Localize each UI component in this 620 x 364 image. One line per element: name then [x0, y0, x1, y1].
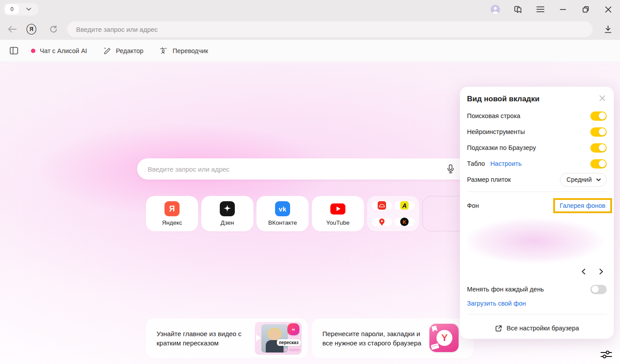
gallery-highlight-box: Галерея фонов [553, 198, 612, 213]
panel-close-icon[interactable] [598, 94, 607, 103]
setting-label: Нейроинструменты [467, 128, 525, 135]
alice-icon [31, 49, 35, 53]
tablo-configure-link[interactable]: Настроить [490, 160, 522, 167]
tile-size-select[interactable]: Средний [560, 173, 607, 187]
card-icon [431, 343, 439, 350]
folder-item-maps[interactable] [372, 218, 392, 226]
menu-button[interactable] [536, 4, 545, 14]
toolbar-item-label: Чат с Алисой AI [40, 47, 87, 54]
background-carousel-controls [467, 267, 607, 276]
setting-row-tile-size: Размер плиток Средний [467, 172, 607, 188]
tile-vkontakte[interactable]: vk ВКонтакте [256, 196, 309, 231]
promo-import-data[interactable]: Перенесите пароли, закладки и все нужное… [312, 318, 474, 358]
browser-logo-tile: Y [429, 324, 459, 352]
toolbar-item-label: Переводчик [172, 47, 208, 54]
tile-youtube[interactable]: YouTube [312, 196, 364, 231]
page-settings-sliders-icon[interactable] [600, 348, 613, 360]
yandex-logo-button[interactable]: Я [27, 24, 36, 34]
translator-icon [159, 46, 168, 55]
yandex-browser-logo: Y [441, 332, 448, 344]
tile-size-value: Средний [566, 176, 592, 183]
yandex-icon: Я [165, 201, 180, 216]
folder-item-kinopoisk[interactable]: K [394, 218, 415, 226]
car-icon [378, 201, 386, 210]
tab-list-chevron-icon[interactable] [19, 8, 38, 11]
upload-background-link[interactable]: Загрузить свой фон [467, 300, 607, 307]
address-input[interactable] [67, 21, 593, 37]
editor-pencil-icon [103, 46, 111, 55]
setting-row-browser-tips: Подсказки по Браузеру [467, 140, 607, 156]
main-search [137, 158, 473, 180]
setting-row-daily-background: Менять фон каждый день [467, 283, 607, 296]
dzen-icon [220, 201, 235, 216]
microphone-icon[interactable] [446, 164, 455, 174]
yandex-logo-glyph: Я [27, 24, 36, 34]
search-bar-toggle[interactable] [590, 111, 607, 121]
promo-video-summary[interactable]: Узнайте главное из видео с кратким перес… [146, 318, 308, 358]
folder-item-avito[interactable]: A [394, 201, 415, 210]
tile-label: Яндекс [162, 219, 182, 226]
downloads-icon[interactable] [603, 24, 613, 34]
setting-label: Подсказки по Браузеру [467, 144, 536, 151]
promo-cards: Узнайте главное из видео с кратким перес… [146, 318, 474, 358]
tablo-toggle[interactable] [590, 159, 607, 169]
toolbar-item-alice-chat[interactable]: Чат с Алисой AI [31, 47, 87, 54]
toolbar: Чат с Алисой AI Редактор Переводчик [0, 40, 620, 62]
play-icon [256, 334, 261, 341]
tab-bar: 0 [0, 0, 620, 19]
video-summary-thumbnail: “ пересказ [255, 322, 302, 355]
avito-icon: A [400, 201, 409, 210]
close-button[interactable] [603, 4, 613, 14]
summary-badge: пересказ [277, 339, 301, 346]
browser-tips-toggle[interactable] [590, 143, 607, 153]
profile-avatar[interactable] [490, 4, 500, 14]
divider [467, 192, 607, 192]
background-gallery-link[interactable]: Галерея фонов [560, 202, 605, 209]
background-preview[interactable] [467, 217, 607, 267]
daily-background-toggle[interactable] [590, 285, 607, 294]
tablo-tiles: Я Яндекс Дзен vk ВКонтакте YouTube [146, 196, 475, 231]
video-frame [261, 324, 288, 353]
setting-row-background: Фон Галерея фонов [467, 196, 607, 215]
tab-counter[interactable]: 0 [5, 4, 19, 15]
tile-label: YouTube [326, 219, 349, 226]
promo-text: Перенесите пароли, закладки и все нужное… [322, 329, 423, 348]
sidebar-toggle-icon[interactable] [9, 46, 19, 56]
tile-label: Дзен [221, 219, 234, 226]
tile-yandex[interactable]: Я Яндекс [146, 196, 198, 231]
tile-folder[interactable]: A K [367, 196, 419, 231]
tile-dzen[interactable]: Дзен [201, 196, 253, 231]
minimize-button[interactable] [558, 4, 568, 14]
toolbar-item-editor[interactable]: Редактор [103, 46, 143, 55]
all-browser-settings-link[interactable]: Все настройки браузера [467, 318, 607, 338]
side-panels-icon[interactable] [513, 4, 523, 14]
setting-row-search-bar: Поисковая строка [467, 108, 607, 124]
reload-icon[interactable] [49, 24, 58, 34]
browser-window: 0 [0, 0, 620, 364]
tile-label: ВКонтакте [268, 219, 297, 226]
new-tab-settings-panel: Вид новой вкладки Поисковая строка Нейро… [460, 87, 614, 339]
setting-label: Менять фон каждый день [467, 286, 544, 293]
panel-title: Вид новой вкладки [467, 94, 540, 103]
setting-row-tablo: Табло Настроить [467, 156, 607, 172]
vk-icon: vk [275, 201, 290, 216]
external-link-icon [495, 325, 502, 332]
setting-label: Табло [467, 160, 485, 167]
back-icon[interactable] [8, 24, 17, 34]
setting-label: Размер плиток [467, 176, 511, 183]
quote-badge-icon: “ [287, 323, 299, 335]
setting-label: Фон [467, 202, 479, 209]
tab-widget[interactable]: 0 [4, 3, 38, 15]
next-background-icon[interactable] [597, 268, 605, 276]
promo-text: Узнайте главное из видео с кратким перес… [157, 329, 249, 348]
map-pin-icon [379, 218, 385, 226]
previous-background-icon[interactable] [579, 268, 587, 276]
skeleton-line [284, 349, 287, 351]
search-input[interactable] [137, 158, 473, 180]
neuro-tools-toggle[interactable] [590, 127, 607, 137]
folder-item-drive[interactable] [372, 201, 392, 210]
divider [467, 314, 607, 314]
toolbar-item-translator[interactable]: Переводчик [159, 46, 208, 55]
maximize-button[interactable] [581, 4, 590, 14]
setting-row-neuro-tools: Нейроинструменты [467, 124, 607, 140]
